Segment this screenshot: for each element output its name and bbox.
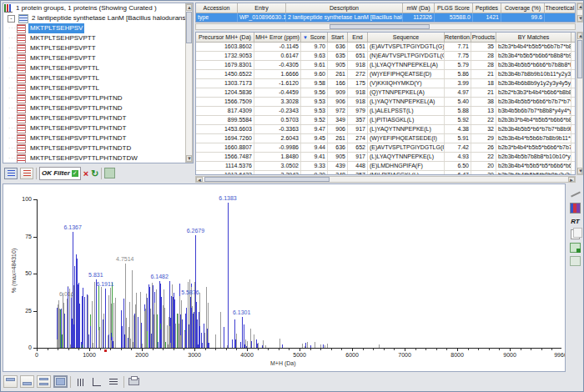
column-header-retention-[interactable]: Retention.. <box>445 33 471 42</box>
save-image-icon[interactable] <box>570 256 581 266</box>
peak-list-icon[interactable] <box>107 375 121 388</box>
scroll-left-button[interactable]: ◄ <box>196 177 203 182</box>
ok-filter-button[interactable]: OK Filter ✓ <box>39 167 81 180</box>
spectrum-chart-panel[interactable]: % (max=484310) M+H (Da) 0255075100010002… <box>3 183 566 372</box>
layout-bottom-icon[interactable] <box>20 375 34 388</box>
peptide-horizontal-scrollbar[interactable]: ◄ ► <box>195 176 576 183</box>
scroll-down-button[interactable]: ▼ <box>577 15 582 22</box>
column-header-by-matches[interactable]: BY Matches <box>496 33 571 42</box>
peptide-table-row[interactable]: 1566.74871.84809.41905917(L)LYAQYTNNPEPK… <box>196 153 575 162</box>
peptide-list-icon[interactable] <box>20 168 33 179</box>
column-header-products[interactable]: Products <box>471 33 496 42</box>
tree-peptide-item[interactable]: ···MKTPLTSEHPSVPTTLPHTNDTD <box>3 143 185 153</box>
axes-icon[interactable] <box>90 375 104 388</box>
peptide-table-row[interactable]: 899.55840.57039.52349357(L)PITIASGKL(L)5… <box>196 116 575 125</box>
scroll-thumb[interactable] <box>204 177 330 182</box>
scroll-thumb[interactable] <box>186 12 192 43</box>
tree-peptide-item[interactable]: ···MKTPLTSEHPSVPTTL <box>3 73 185 83</box>
column-header-score[interactable]: ▼ Score <box>301 33 328 42</box>
tree-peptide-item[interactable]: ···MKTPLTSEHPSVPTTLPHTND <box>3 103 185 113</box>
tree-peptide-item[interactable]: ···MKTPLTSEHPSVPTTLPHTNDT <box>3 113 185 123</box>
protein-list-icon[interactable] <box>4 168 18 179</box>
column-header-sequence[interactable]: Sequence <box>368 33 445 42</box>
tree-vertical-scrollbar[interactable]: ▲ ▼ <box>185 3 193 163</box>
cell: 905 <box>328 61 348 69</box>
tree-peptide-item[interactable]: ···MKTPLTSEHPSVPTT <box>3 43 185 53</box>
collapse-icon[interactable]: - <box>8 15 15 23</box>
layout-full-icon[interactable] <box>53 375 68 388</box>
scroll-up-button[interactable]: ▲ <box>186 4 192 11</box>
spectrum-peak <box>138 317 138 348</box>
column-header-end[interactable]: End <box>348 33 368 42</box>
tree-root-item[interactable]: 1 protein groups, 1 proteins (Showing Cu… <box>3 3 185 13</box>
scroll-thumb[interactable] <box>330 24 430 29</box>
peptide-table-row[interactable]: 817.4309-0.23439.53972979(L)ALELPSST(L)5… <box>196 107 575 116</box>
tree-peptide-item[interactable]: ···MKTPLTSEHPSVPTT <box>3 33 185 43</box>
protein-horizontal-scrollbar[interactable] <box>195 23 576 30</box>
column-header-start[interactable]: Start <box>328 33 348 42</box>
column-header-plgs-score[interactable]: PLGS Score <box>435 3 473 13</box>
scroll-up-button[interactable]: ▲ <box>577 33 582 39</box>
protein-table-row[interactable]: typeWP_010896630.12 lantipeptide synthet… <box>196 13 575 23</box>
print-icon[interactable] <box>127 375 141 388</box>
tree-peptide-item[interactable]: ···MKTPLTSEHPSVPTTL <box>3 63 185 73</box>
cell: (N)EAVTVSPLTPGIYDGTL(G) <box>368 52 445 60</box>
protein-vertical-scrollbar[interactable]: ▲ ▼ <box>576 3 583 23</box>
column-header-mh-error-ppm-[interactable]: MH+ Error (ppm) <box>254 33 301 42</box>
tree-peptide-item[interactable]: ···MKTPLTSEHPSVPTTLPHTNDTDW <box>3 153 185 163</box>
tree-peptide-item[interactable]: ···MKTPLTSEHPSV <box>3 23 185 33</box>
cell: 918 <box>348 61 368 69</box>
peptide-table-row[interactable]: 1453.6603-0.33639.47906917(L)YAQYTNNPEPK… <box>196 125 575 134</box>
scroll-up-button[interactable]: ▲ <box>577 3 582 10</box>
clear-filter-icon[interactable]: × <box>83 168 88 179</box>
refresh-icon[interactable]: ↻ <box>91 168 98 179</box>
peptide-table-row[interactable]: 1603.8602-0.11459.70636651(E)AVTVSPLTPGI… <box>196 43 575 52</box>
peptide-vertical-scrollbar[interactable]: ▲ ▼ <box>576 32 583 175</box>
scroll-down-button[interactable]: ▼ <box>186 155 192 162</box>
column-header-mw-da-[interactable]: mW (Da) <box>403 3 435 13</box>
rt-toggle-button[interactable]: RT <box>570 216 581 226</box>
peptide-table-row[interactable]: 1012.64233.29439.30348357(M)LPITIASGKL(L… <box>196 171 575 175</box>
spectrum-peak <box>282 344 283 348</box>
tree-peptide-item[interactable]: ···MKTPLTSEHPSVPTTL <box>3 83 185 93</box>
copy-icon[interactable] <box>570 229 581 239</box>
peptide-table-row[interactable]: 1204.5836-0.44599.56909918(Q)YTNNPEPKEL(… <box>196 88 575 98</box>
tree-protein-item[interactable]: -2 lantipeptide synthetase LanM [Bacillu… <box>3 13 185 23</box>
export-icon[interactable] <box>570 243 581 253</box>
column-header-precursor-mh-da-[interactable]: Precursor MH+ (Da) <box>196 33 254 42</box>
tree-peptide-item[interactable]: ···MKTPLTSEHPSVPTTLPHTND <box>3 93 185 103</box>
cell: 1453.6603 <box>196 125 254 133</box>
peptide-table-row[interactable]: 1450.65221.66669.60261272(W)YEFIPHQEATSE… <box>196 70 575 79</box>
column-header-accession[interactable]: Accession <box>196 3 238 13</box>
histogram-icon[interactable] <box>570 203 581 213</box>
column-header-theoretical-peptides[interactable]: Theoretical Peptides <box>545 3 576 13</box>
peptide-table-row[interactable]: 1114.53763.05029.33439448(E)LMDHNGPIFA(F… <box>196 162 575 171</box>
column-header-description[interactable]: Description <box>286 3 403 13</box>
peptide-table-row[interactable]: 1303.7173-1.61209.58166175(V)KKIIQHYMKD(… <box>196 79 575 88</box>
scroll-right-button[interactable]: ► <box>568 177 575 182</box>
peptide-table-row[interactable]: 1694.72602.60439.45261274(W)YEFIPHQEATSE… <box>196 134 575 143</box>
grid-view-icon[interactable] <box>104 168 115 178</box>
column-header-peptides[interactable]: Peptides <box>473 3 501 13</box>
tree-peptide-item[interactable]: ···MKTPLTSEHPSVPTTLPHTNDT <box>3 123 185 133</box>
peptide-table-row[interactable]: 1732.90530.61479.63635651(N)EAVTVSPLTPGI… <box>196 52 575 61</box>
tree-peptide-item[interactable]: ···MKTPLTSEHPSVPTTLPHTNDT <box>3 133 185 143</box>
peptide-table-row[interactable]: 1679.8301-0.43059.61905918(L)LYAQYTNNPEP… <box>196 61 575 70</box>
scroll-thumb[interactable] <box>577 40 582 78</box>
peptide-table-row[interactable]: 1566.75093.30289.53906918(L)YAQYTNNPEPKE… <box>196 98 575 107</box>
spectrum-peak <box>153 285 154 348</box>
cell: 439 <box>328 162 348 170</box>
spectrum-peak <box>315 342 315 348</box>
layout-top-icon[interactable] <box>3 375 18 388</box>
cell: 448 <box>348 162 368 170</box>
peptide-table-row[interactable]: 1660.8807-0.99869.44636652(E)AVTVSPLTPGI… <box>196 143 575 153</box>
layout-split-icon[interactable] <box>37 375 51 388</box>
curve-tool-icon[interactable] <box>570 189 581 199</box>
spectrum-peak <box>240 342 241 348</box>
scroll-down-button[interactable]: ▼ <box>577 168 582 174</box>
column-header-entry[interactable]: Entry <box>238 3 286 13</box>
column-header-coverage-[interactable]: Coverage (%) <box>501 3 545 13</box>
tree-peptide-item[interactable]: ···MKTPLTSEHPSVPTT <box>3 53 185 63</box>
cell: 261 <box>328 134 348 143</box>
peak-display-icon[interactable] <box>73 375 88 388</box>
